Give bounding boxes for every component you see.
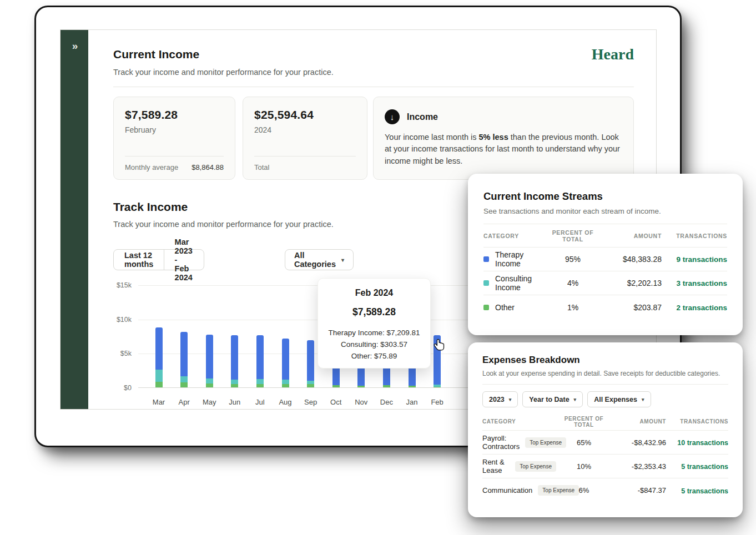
expense-type-filter-dropdown[interactable]: All Expenses ▾ — [587, 391, 651, 407]
period-filter-dropdown[interactable]: Year to Date ▾ — [522, 391, 583, 407]
row-amount: -$847.37 — [612, 486, 666, 494]
tooltip-month: Feb 2024 — [324, 288, 425, 298]
expenses-filters: 2023 ▾ Year to Date ▾ All Expenses ▾ — [482, 391, 728, 407]
canvas: » Heard Current Income Track your income… — [0, 0, 756, 535]
tooltip-line-other: Other: $75.89 — [324, 350, 425, 362]
x-axis-tick: Dec — [380, 398, 393, 406]
expenses-table-header: CATEGORY PERCENT OF TOTAL AMOUNT TRANSAC… — [482, 413, 728, 431]
transactions-link[interactable]: 10 transactions — [677, 439, 728, 447]
y-axis-tick: $5k — [120, 350, 132, 357]
expenses-title: Expenses Breakdown — [482, 355, 728, 366]
section-divider — [113, 87, 634, 87]
bar-may[interactable] — [206, 335, 213, 387]
yearly-income-footer: Total — [254, 156, 356, 171]
yearly-income-value: $25,594.64 — [254, 108, 356, 122]
table-row: Other 1% $203.87 2 transactions — [483, 295, 727, 319]
tooltip-breakdown: Therapy Income: $7,209.81 Consulting: $3… — [324, 327, 425, 362]
bar-jan[interactable] — [409, 367, 416, 387]
monthly-income-footer: Monthly average $8,864.88 — [125, 156, 224, 171]
bar-segment-other — [357, 386, 365, 387]
bar-segment-other — [282, 384, 289, 387]
table-row: Therapy Income 95% $48,383.28 9 transact… — [483, 248, 727, 271]
x-axis-tick: Jun — [229, 398, 240, 406]
header-amount: AMOUNT — [612, 418, 666, 425]
bar-segment-other — [434, 387, 441, 387]
transactions-link[interactable]: 2 transactions — [676, 304, 727, 312]
bar-segment-other — [409, 386, 416, 387]
bar-segment-other — [206, 383, 213, 387]
row-percent: 6% — [556, 486, 612, 494]
monthly-income-value: $7,589.28 — [125, 108, 224, 122]
bar-segment-other — [155, 382, 163, 387]
header-transactions: TRANSACTIONS — [662, 233, 727, 239]
period-filter-label: Year to Date — [529, 396, 569, 403]
row-category: Rent & Lease — [482, 458, 510, 475]
bar-segment-therapy-income — [231, 335, 238, 380]
bar-segment-other — [231, 384, 238, 387]
bar-segment-consulting — [155, 370, 163, 382]
bar-segment-other — [332, 385, 340, 387]
sidebar: » — [61, 30, 88, 409]
transactions-link[interactable]: 5 transactions — [681, 487, 728, 495]
chevron-down-icon: ▾ — [574, 397, 577, 402]
card-divider — [254, 156, 356, 157]
therapy-color-swatch — [483, 256, 489, 262]
streams-table-header: CATEGORY PERCENT OF TOTAL AMOUNT TRANSAC… — [483, 224, 727, 248]
income-insight-card: ↓ Income Your income last month is 5% le… — [373, 97, 634, 180]
total-label: Total — [254, 163, 269, 171]
card-divider — [125, 156, 224, 157]
bar-jun[interactable] — [231, 335, 238, 387]
bar-sep[interactable] — [307, 340, 314, 387]
income-streams-card: Current Income Streams See transactions … — [468, 174, 743, 335]
x-axis-tick: Oct — [330, 398, 341, 406]
row-percent: 65% — [556, 438, 612, 447]
header-amount: AMOUNT — [603, 233, 662, 239]
divider — [482, 384, 728, 385]
bar-segment-therapy-income — [357, 367, 365, 386]
row-amount: $203.87 — [603, 303, 662, 312]
category-filter-dropdown[interactable]: All Categories ▾ — [285, 249, 354, 270]
bar-apr[interactable] — [180, 332, 188, 387]
x-axis-tick: Jan — [406, 398, 418, 406]
category-filter-label: All Categories — [294, 251, 336, 269]
year-filter-dropdown[interactable]: 2023 ▾ — [482, 391, 518, 407]
sidebar-expand-icon[interactable]: » — [61, 40, 88, 52]
x-axis-tick: Nov — [355, 398, 367, 406]
transactions-link[interactable]: 5 transactions — [681, 463, 728, 471]
insight-text-bold: 5% less — [479, 133, 508, 142]
expenses-subtitle: Look at your expense spending in detail.… — [482, 370, 728, 377]
bar-mar[interactable] — [155, 327, 163, 388]
transactions-link[interactable]: 9 transactions — [676, 255, 727, 264]
bar-segment-therapy-income — [206, 335, 213, 378]
monthly-average-value: $8,864.88 — [191, 163, 224, 171]
y-axis-tick: $15k — [117, 281, 132, 289]
income-streams-subtitle: See transactions and monitor each stream… — [483, 207, 727, 215]
filter-date-range[interactable]: Mar 2023 - Feb 2024 — [164, 250, 204, 270]
row-percent: 10% — [556, 462, 612, 471]
header-transactions: TRANSACTIONS — [666, 418, 728, 425]
x-axis-tick: Feb — [431, 398, 443, 406]
bar-segment-other — [307, 384, 314, 387]
header-category: CATEGORY — [482, 418, 556, 425]
filter-last-12-months[interactable]: Last 12 months — [114, 250, 164, 270]
transactions-link[interactable]: 3 transactions — [676, 279, 727, 287]
x-axis-tick: May — [203, 398, 216, 406]
bar-segment-therapy-income — [256, 335, 264, 378]
bar-aug[interactable] — [282, 339, 289, 387]
bar-segment-consulting — [180, 376, 188, 382]
bar-segment-other — [180, 382, 188, 387]
other-color-swatch — [483, 305, 489, 310]
row-category: Payroll: Contractors — [482, 434, 520, 451]
bar-segment-therapy-income — [409, 367, 416, 386]
row-category: Communication — [482, 486, 532, 494]
yearly-income-period: 2024 — [254, 125, 356, 134]
y-axis: $0$5k$10k$15k — [113, 285, 132, 388]
bar-segment-consulting — [282, 380, 289, 384]
insight-title: Income — [407, 112, 438, 122]
tooltip-line-consulting: Consulting: $303.57 — [324, 339, 425, 350]
track-income-subtitle: Track your income and monitor performanc… — [113, 220, 334, 229]
hand-pointer-cursor-icon — [434, 339, 446, 355]
bar-jul[interactable] — [256, 335, 264, 387]
bar-nov[interactable] — [357, 367, 365, 387]
bar-dec[interactable] — [383, 366, 390, 387]
